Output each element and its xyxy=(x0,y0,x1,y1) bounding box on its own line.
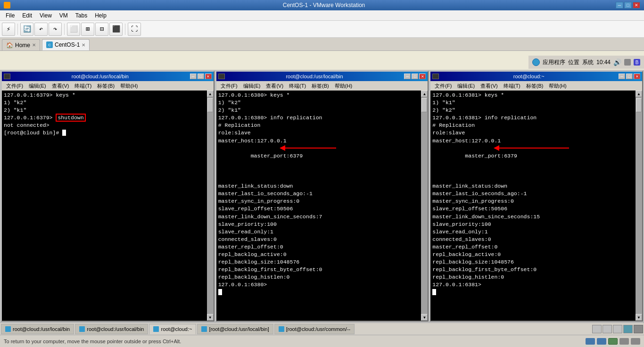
term2-line2: 1) "k2" xyxy=(218,99,420,107)
term2-close[interactable]: ✕ xyxy=(419,74,426,79)
close-button[interactable]: ✕ xyxy=(633,2,640,8)
term3-menu-file[interactable]: 文件(F) xyxy=(432,82,454,90)
tray-system[interactable]: 系统 xyxy=(582,58,594,66)
tab-centos-close[interactable]: ✕ xyxy=(82,42,85,48)
toolbar-btn7[interactable]: ⬛ xyxy=(109,23,123,36)
term1-scroll-up[interactable]: ▲ xyxy=(207,91,214,97)
term3-line8: master_port:6379 xyxy=(432,145,634,182)
toolbar-btn2[interactable]: ↶ xyxy=(34,23,48,36)
term2-menu-edit[interactable]: 编辑(E) xyxy=(241,82,263,90)
tray-power-icon[interactable] xyxy=(624,59,631,66)
term3-menu-edit[interactable]: 编辑(E) xyxy=(455,82,477,90)
menu-tabs[interactable]: Tabs xyxy=(72,11,91,20)
term1-menu-edit[interactable]: 编辑(E) xyxy=(26,82,49,90)
terminal-2-body[interactable]: 127.0.0.1:6380> keys * 1) "k2" 2) "k1" 1… xyxy=(216,91,421,321)
tab-centos[interactable]: C CentOS-1 ✕ xyxy=(42,39,90,50)
term2-menu-help[interactable]: 帮助(H) xyxy=(332,82,355,90)
menu-view[interactable]: View xyxy=(36,11,56,20)
toolbar-btn1[interactable]: 🔄 xyxy=(20,23,33,36)
term2-menu-tags[interactable]: 标签(B) xyxy=(309,82,331,90)
view-btn-4[interactable] xyxy=(623,325,633,333)
stretch-btn[interactable] xyxy=(634,325,643,333)
terminal-1-body[interactable]: 127.0.0.1:6379> keys * 1) "k2" 2) "k1" 1… xyxy=(2,91,207,321)
menu-help[interactable]: Help xyxy=(91,11,110,20)
status-tab-5[interactable]: [root@cloud:/usr/common/-- xyxy=(274,324,355,334)
terminal-3-body[interactable]: 127.0.0.1:6381> keys * 1) "k1" 2) "k2" 1… xyxy=(430,91,636,321)
toolbar-btn5[interactable]: ⊞ xyxy=(81,23,94,36)
minimize-button[interactable]: ─ xyxy=(616,2,623,8)
term2-menu-file[interactable]: 文件(F) xyxy=(218,82,240,90)
tab-home[interactable]: 🏠 Home ✕ xyxy=(2,39,40,50)
term2-scroll-up[interactable]: ▲ xyxy=(421,91,428,97)
term2-menu-view[interactable]: 查看(V) xyxy=(264,82,286,90)
terminal-2-scrollbar[interactable]: ▲ ▼ xyxy=(421,91,428,321)
term2-minimize[interactable]: ─ xyxy=(404,74,411,79)
term2-maximize[interactable]: □ xyxy=(412,74,418,79)
term3-line22: 127.0.0.1:6381> xyxy=(432,281,634,289)
toolbar-btn4[interactable]: ⬜ xyxy=(67,23,80,36)
status-tab-1-icon xyxy=(5,326,11,332)
term1-line3: 2) "k1" xyxy=(4,107,205,114)
term3-close[interactable]: ✕ xyxy=(634,74,640,79)
terminal-1-menubar: 文件(F) 编辑(E) 查看(V) 终端(T) 标签(B) 帮助(H) xyxy=(2,81,214,91)
term1-scroll-down[interactable]: ▼ xyxy=(207,314,214,321)
menu-edit[interactable]: Edit xyxy=(18,11,36,20)
term3-minimize[interactable]: ─ xyxy=(619,74,625,79)
status-tab-4[interactable]: [root@cloud:/usr/local/bin] xyxy=(197,324,273,334)
terminal-1-scrollbar[interactable]: ▲ ▼ xyxy=(207,91,214,321)
term1-menu-file[interactable]: 文件(F) xyxy=(4,82,25,90)
view-btn-1[interactable] xyxy=(592,325,602,333)
term2-scroll-thumb[interactable] xyxy=(421,98,427,112)
maximize-button[interactable]: □ xyxy=(624,2,632,8)
title-left-spacer xyxy=(4,2,32,8)
toolbar-btn6[interactable]: ⊟ xyxy=(95,23,108,36)
toolbar-power-btn[interactable]: ⚡ xyxy=(2,23,15,36)
status-tab-1[interactable]: root@cloud:/usr/local/bin xyxy=(1,324,74,334)
term2-line23 xyxy=(218,289,420,296)
term3-menu-tags[interactable]: 标签(B) xyxy=(524,82,546,90)
tray-location[interactable]: 位置 xyxy=(568,58,579,66)
menu-vm[interactable]: VM xyxy=(56,11,72,20)
term3-scroll-track[interactable] xyxy=(636,97,642,314)
term1-menu-terminal[interactable]: 终端(T) xyxy=(72,82,94,90)
term1-menu-tags[interactable]: 标签(B) xyxy=(95,82,117,90)
term1-menu-view[interactable]: 查看(V) xyxy=(50,82,72,90)
term1-scroll-thumb[interactable] xyxy=(207,98,213,112)
view-btn-3[interactable] xyxy=(613,325,622,333)
toolbar-btn3[interactable]: ↷ xyxy=(49,23,62,36)
terminal-1-titlebar: root@cloud:/usr/local/bin ─ □ ✕ xyxy=(2,72,214,81)
status-tab-3[interactable]: root@cloud:~ xyxy=(149,324,196,334)
term3-menu-view[interactable]: 查看(V) xyxy=(478,82,500,90)
term3-menu-terminal[interactable]: 终端(T) xyxy=(501,82,523,90)
tray-time: 10:44 xyxy=(596,59,611,66)
term1-menu-help[interactable]: 帮助(H) xyxy=(118,82,140,90)
tray-bluetooth-icon[interactable]: B xyxy=(634,59,640,66)
terminal-3-scrollbar[interactable]: ▲ ▼ xyxy=(636,91,642,321)
term3-line12: slave_repl_offset:50506 xyxy=(432,205,634,213)
term1-close[interactable]: ✕ xyxy=(205,74,212,79)
term1-scroll-track[interactable] xyxy=(207,97,214,314)
tray-apps[interactable]: 应用程序 xyxy=(543,58,565,66)
view-btn-2[interactable] xyxy=(603,325,612,333)
tab-home-close[interactable]: ✕ xyxy=(32,42,36,48)
term2-scroll-down[interactable]: ▼ xyxy=(421,314,428,321)
status-tab-2[interactable]: root@cloud:/usr/local/bin xyxy=(75,324,148,334)
toolbar-sep2 xyxy=(64,24,65,35)
terminal-3-titlebar: root@cloud:~ ─ □ ✕ xyxy=(430,72,642,81)
term3-scroll-up[interactable]: ▲ xyxy=(636,91,642,97)
menu-file[interactable]: File xyxy=(2,11,18,20)
term3-menu-help[interactable]: 帮助(H) xyxy=(546,82,569,90)
settings-icon xyxy=(631,338,640,345)
term3-scroll-down[interactable]: ▼ xyxy=(636,314,642,321)
term3-scroll-thumb[interactable] xyxy=(636,98,642,112)
network-icon-1 xyxy=(586,338,595,345)
term2-scroll-track[interactable] xyxy=(421,97,428,314)
term2-menu-terminal[interactable]: 终端(T) xyxy=(287,82,308,90)
toolbar-fullscreen-btn[interactable]: ⛶ xyxy=(128,23,141,36)
term1-minimize[interactable]: ─ xyxy=(190,74,197,79)
term3-line10: master_last_io_seconds_ago:-1 xyxy=(432,190,634,198)
term2-line15: slave_read_only:1 xyxy=(218,228,420,236)
term1-maximize[interactable]: □ xyxy=(198,74,204,79)
tray-volume-icon[interactable]: 🔊 xyxy=(613,58,621,66)
term3-maximize[interactable]: □ xyxy=(626,74,633,79)
